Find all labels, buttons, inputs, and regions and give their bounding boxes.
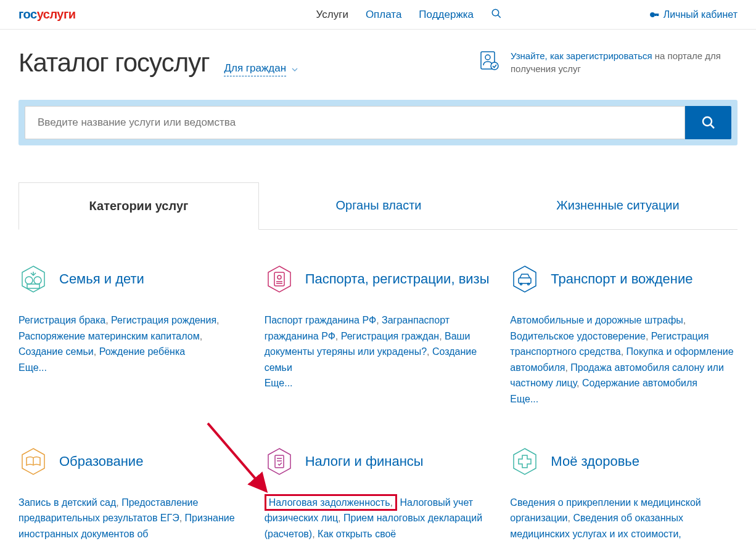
search-icon[interactable]: [491, 8, 502, 22]
categories-grid: Семья и дети Регистрация брака, Регистра…: [18, 262, 738, 542]
link-item[interactable]: Водительское удостоверение: [510, 331, 646, 341]
register-hint: Узнайте, как зарегистрироваться на порта…: [479, 49, 738, 75]
svg-line-1: [498, 15, 501, 18]
family-icon: [18, 264, 48, 294]
car-icon: [510, 264, 540, 294]
category-links: Запись в детский сад, Предоставление пре…: [18, 495, 246, 542]
category-title[interactable]: Налоги и финансы: [305, 453, 424, 470]
category-links: Сведения о прикреплении к медицинской ор…: [510, 495, 738, 542]
page-title: Каталог госуслуг: [18, 48, 209, 78]
red-arrow-icon: [203, 418, 283, 498]
search-icon: [701, 115, 716, 130]
category-title[interactable]: Моё здоровье: [551, 453, 639, 470]
svg-point-10: [25, 277, 33, 284]
filter-dropdown[interactable]: Для граждан: [224, 62, 286, 76]
search-input[interactable]: [25, 106, 685, 139]
logo-part1: гос: [18, 7, 37, 22]
svg-point-0: [492, 9, 499, 16]
book-icon: [18, 447, 48, 476]
link-item[interactable]: Регистрация рождения: [111, 315, 216, 325]
logo[interactable]: госуслуги: [18, 7, 76, 22]
category-links: Автомобильные и дорожные штрафы, Водител…: [510, 312, 738, 407]
user-check-icon: [479, 49, 501, 71]
tab-authorities[interactable]: Органы власти: [259, 182, 498, 229]
category-links: Паспорт гражданина РФ, Загранпаспорт гра…: [265, 312, 492, 391]
register-link[interactable]: Узнайте, как зарегистрироваться: [511, 51, 652, 61]
category-health: Моё здоровье Сведения о прикреплении к м…: [510, 444, 738, 542]
link-item[interactable]: Регистрация брака: [18, 315, 105, 325]
search-button[interactable]: [685, 106, 731, 139]
cabinet-label: Личный кабинет: [664, 9, 738, 20]
link-item[interactable]: Запись в детский сад: [18, 497, 116, 508]
category-title[interactable]: Паспорта, регистрации, визы: [305, 270, 490, 288]
svg-point-20: [520, 283, 522, 285]
link-item[interactable]: Автомобильные и дорожные штрафы: [510, 315, 683, 325]
chevron-down-icon: [290, 65, 300, 75]
link-item[interactable]: Распоряжение материнским капиталом: [18, 331, 200, 341]
logo-part2: услуги: [37, 7, 76, 22]
svg-line-25: [208, 423, 265, 489]
category-transport: Транспорт и вождение Автомобильные и дор…: [510, 262, 738, 407]
link-more[interactable]: Еще...: [510, 394, 538, 404]
link-item[interactable]: Паспорт гражданина РФ: [265, 315, 376, 325]
tab-life-situations[interactable]: Жизненные ситуации: [498, 182, 738, 229]
category-title[interactable]: Образование: [59, 453, 143, 470]
link-item[interactable]: Создание семьи: [18, 346, 94, 357]
search-bar: [18, 100, 738, 145]
link-item[interactable]: Рождение ребёнка: [99, 346, 186, 357]
svg-point-5: [485, 55, 490, 60]
svg-point-21: [528, 283, 530, 285]
svg-rect-12: [27, 284, 39, 288]
header: госуслуги Услуги Оплата Поддержка Личный…: [0, 0, 756, 30]
nav-payment[interactable]: Оплата: [366, 9, 401, 21]
link-more[interactable]: Еще...: [18, 362, 47, 373]
nav: Услуги Оплата Поддержка: [316, 8, 502, 22]
link-more[interactable]: Еще...: [265, 378, 293, 388]
category-links: Налоговая задолженность, Налоговый учет …: [265, 495, 492, 542]
category-links: Регистрация брака, Регистрация рождения,…: [18, 312, 246, 375]
title-row: Каталог госуслуг Для граждан Узнайте, ка…: [18, 48, 738, 78]
register-text: Узнайте, как зарегистрироваться на порта…: [511, 49, 738, 75]
svg-rect-19: [519, 278, 531, 283]
svg-point-3: [652, 14, 653, 15]
tab-categories[interactable]: Категории услуг: [18, 182, 259, 230]
tabs: Категории услуг Органы власти Жизненные …: [18, 182, 738, 230]
link-item[interactable]: Регистрация граждан: [341, 331, 439, 341]
svg-point-7: [703, 117, 712, 126]
nav-support[interactable]: Поддержка: [419, 9, 474, 21]
svg-point-15: [277, 275, 281, 279]
svg-point-6: [491, 62, 498, 70]
svg-line-8: [710, 125, 714, 129]
highlighted-link: Налоговая задолженность,: [265, 494, 397, 511]
category-tax: Налоги и финансы Налоговая задолженность…: [265, 444, 492, 542]
link-item[interactable]: Как открыть своё: [318, 529, 396, 539]
passport-icon: [265, 264, 294, 294]
medical-cross-icon: [510, 447, 540, 476]
nav-services[interactable]: Услуги: [316, 9, 348, 21]
category-family: Семья и дети Регистрация брака, Регистра…: [18, 262, 246, 407]
category-title[interactable]: Транспорт и вождение: [551, 270, 692, 288]
svg-marker-18: [514, 266, 536, 292]
filter-label: Для граждан: [224, 62, 286, 75]
category-title[interactable]: Семья и дети: [59, 270, 144, 288]
cabinet-link[interactable]: Личный кабинет: [649, 9, 738, 20]
svg-marker-30: [514, 449, 536, 474]
link-item[interactable]: Содержание автомобиля: [582, 378, 697, 388]
category-passport: Паспорта, регистрации, визы Паспорт граж…: [265, 262, 492, 407]
svg-point-11: [34, 277, 41, 284]
link-item[interactable]: Налоговая задолженность: [269, 497, 390, 508]
